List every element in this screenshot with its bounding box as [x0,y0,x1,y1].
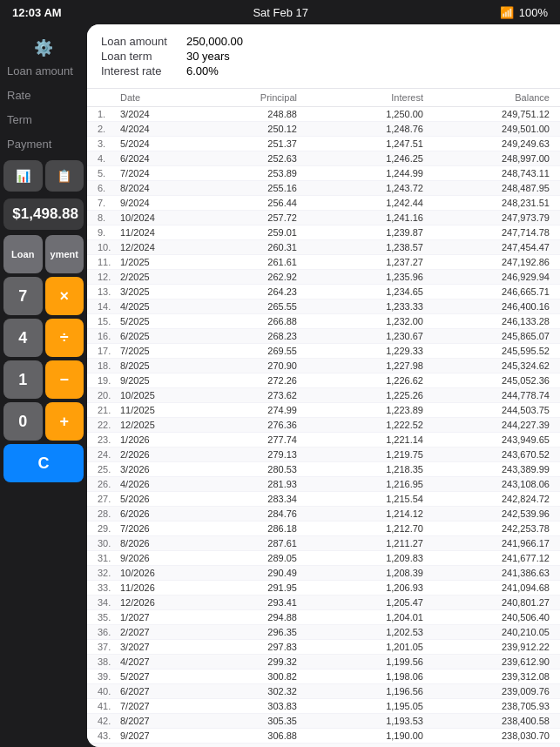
table-row: 32. 10/2026 290.49 1,208.39 241,386.63 [87,566,560,581]
loan-rate-label-header: Interest rate [101,64,179,77]
cell-date: 10/2025 [120,390,171,400]
cell-date: 1/2027 [120,612,171,622]
table-row: 15. 5/2025 266.88 1,232.00 246,133.28 [87,314,560,329]
cell-balance: 245,324.62 [423,360,550,371]
cell-balance: 246,133.28 [423,316,550,326]
cell-principal: 303.83 [171,701,297,711]
cell-interest: 1,201.05 [297,642,423,652]
table-row: 22. 12/2025 276.36 1,222.52 244,227.39 [87,418,560,433]
cell-interest: 1,206.93 [297,582,423,593]
cell-principal: 272.26 [171,375,297,386]
cell-num: 6. [98,183,120,193]
cell-balance: 248,487.95 [423,183,550,193]
cell-principal: 261.61 [171,257,297,267]
table-row: 18. 8/2025 270.90 1,227.98 245,324.62 [87,359,560,374]
cell-principal: 305.35 [171,716,297,726]
cell-num: 32. [98,568,120,578]
cell-balance: 245,052.36 [423,375,550,386]
battery-percentage: 100% [519,6,548,19]
table-row: 7. 9/2024 256.44 1,242.44 248,231.51 [87,196,560,211]
status-day: Sat Feb 17 [253,6,308,19]
button-1[interactable]: 1 [3,360,43,399]
cell-principal: 279.13 [171,449,297,460]
table-row: 43. 9/2027 306.88 1,190.00 238,030.70 [87,729,560,744]
table-row: 38. 4/2027 299.32 1,199.56 239,612.90 [87,655,560,670]
cell-num: 4. [98,153,120,164]
gear-icon[interactable]: ⚙️ [34,38,53,57]
cell-date: 6/2026 [120,508,171,519]
cell-num: 36. [98,627,120,637]
plus-button[interactable]: + [45,402,84,441]
cell-balance: 239,312.08 [423,671,550,682]
cell-principal: 277.74 [171,434,297,445]
cell-date: 9/2024 [120,198,171,208]
divide-button[interactable]: ÷ [45,319,84,357]
amortization-panel: Loan amount 250,000.00 Loan term 30 year… [87,24,560,747]
cell-num: 27. [98,494,120,504]
cell-num: 31. [98,553,120,563]
table-row: 16. 6/2025 268.23 1,230.67 245,865.07 [87,329,560,344]
cell-interest: 1,242.44 [297,198,423,208]
cell-interest: 1,198.06 [297,671,423,682]
table-row: 6. 8/2024 255.16 1,243.72 248,487.95 [87,181,560,196]
table-row: 21. 11/2025 274.99 1,223.89 244,503.75 [87,403,560,418]
clear-button[interactable]: C [3,444,84,482]
chart-icon-button[interactable]: 📊 [3,160,43,192]
loan-term-value-header: 30 years [186,50,230,63]
cell-num: 13. [98,286,120,297]
button-4[interactable]: 4 [3,319,43,357]
cell-interest: 1,237.27 [297,257,423,267]
table-row: 31. 9/2026 289.05 1,209.83 241,677.12 [87,551,560,566]
cell-balance: 238,705.93 [423,701,550,711]
amortization-table-body: 1. 3/2024 248.88 1,250.00 249,751.12 2. … [87,107,560,747]
cell-num: 21. [98,405,120,415]
table-row: 17. 7/2025 269.55 1,229.33 245,595.52 [87,344,560,359]
cell-num: 9. [98,227,120,238]
cell-principal: 306.88 [171,730,297,741]
button-0[interactable]: 0 [3,402,43,441]
col-header-date: Date [120,92,171,103]
cell-date: 7/2026 [120,523,171,534]
cell-balance: 238,400.58 [423,716,550,726]
table-row: 33. 11/2026 291.95 1,206.93 241,094.68 [87,581,560,596]
cell-principal: 266.88 [171,316,297,326]
cell-num: 22. [98,420,120,430]
row-0: 0 + [0,402,87,441]
minus-button[interactable]: − [45,360,84,399]
cell-principal: 262.92 [171,272,297,282]
cell-interest: 1,238.57 [297,242,423,252]
multiply-button[interactable]: × [45,277,84,315]
col-header-interest: Interest [297,92,423,103]
payment-button[interactable]: yment [45,235,84,273]
table-row: 23. 1/2026 277.74 1,221.14 243,949.65 [87,433,560,448]
table-row: 27. 5/2026 283.34 1,215.54 242,824.72 [87,492,560,507]
table-row: 20. 10/2025 273.62 1,225.26 244,778.74 [87,388,560,403]
cell-principal: 250.12 [171,124,297,134]
table-icon-button[interactable]: 📋 [45,160,84,192]
cell-principal: 251.37 [171,138,297,149]
cell-date: 3/2027 [120,642,171,652]
cell-interest: 1,221.14 [297,434,423,445]
cell-interest: 1,247.51 [297,138,423,149]
loan-info-header: Loan amount 250,000.00 Loan term 30 year… [87,24,560,89]
cell-principal: 265.55 [171,301,297,312]
cell-principal: 270.90 [171,360,297,371]
cell-interest: 1,196.56 [297,686,423,697]
cell-num: 16. [98,331,120,341]
cell-interest: 1,195.05 [297,701,423,711]
cell-interest: 1,222.52 [297,420,423,430]
button-7[interactable]: 7 [3,277,43,315]
cell-date: 9/2025 [120,375,171,386]
cell-date: 12/2024 [120,242,171,252]
cell-num: 24. [98,449,120,460]
cell-num: 39. [98,671,120,682]
left-panel: ⚙️ Loan amount Rate Term Payment 📊 📋 $1,… [0,24,87,747]
cell-principal: 302.32 [171,686,297,697]
left-labels: Loan amount Rate Term Payment [0,57,87,157]
table-row: 4. 6/2024 252.63 1,246.25 248,997.00 [87,151,560,166]
table-row: 24. 2/2026 279.13 1,219.75 243,670.52 [87,448,560,462]
cell-date: 2/2026 [120,449,171,460]
loan-button[interactable]: Loan [3,235,43,273]
cell-interest: 1,204.01 [297,612,423,622]
cell-principal: 257.72 [171,212,297,223]
